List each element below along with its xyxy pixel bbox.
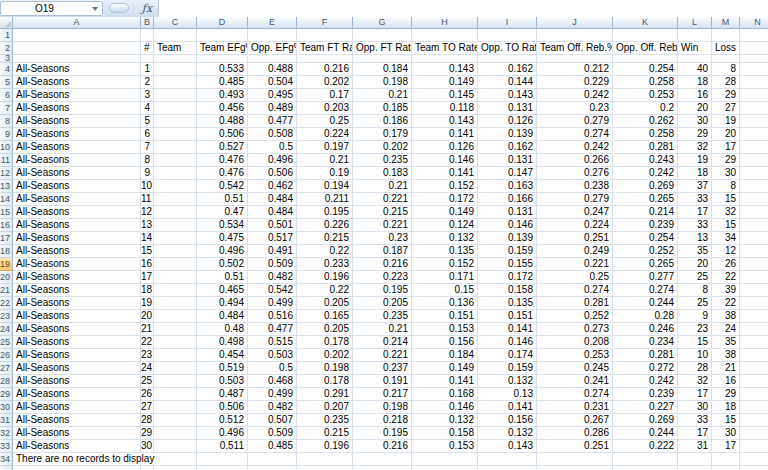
cell-A25[interactable]: All-Seasons bbox=[13, 336, 141, 349]
row-header-26[interactable]: 26 bbox=[0, 349, 13, 362]
cell-K24[interactable]: 0.246 bbox=[613, 323, 678, 336]
cell-F10[interactable]: 0.197 bbox=[297, 141, 353, 154]
cell-L26[interactable]: 10 bbox=[678, 349, 712, 362]
cell-J25[interactable]: 0.208 bbox=[537, 336, 613, 349]
cell-A6[interactable]: All-Seasons bbox=[13, 89, 141, 102]
cell-K14[interactable]: 0.265 bbox=[613, 193, 678, 206]
cell-N33[interactable] bbox=[740, 440, 768, 453]
cell-L8[interactable]: 30 bbox=[678, 115, 712, 128]
cell-F1[interactable] bbox=[297, 29, 353, 42]
cell-N35[interactable] bbox=[740, 466, 768, 470]
cell-A32[interactable]: All-Seasons bbox=[13, 427, 141, 440]
cell-H31[interactable]: 0.132 bbox=[412, 414, 478, 427]
cell-D27[interactable]: 0.519 bbox=[197, 362, 248, 375]
cell-H25[interactable]: 0.156 bbox=[412, 336, 478, 349]
row-header-29[interactable]: 29 bbox=[0, 388, 13, 401]
cell-E16[interactable]: 0.501 bbox=[248, 219, 297, 232]
cell-J30[interactable]: 0.231 bbox=[537, 401, 613, 414]
cell-K17[interactable]: 0.254 bbox=[613, 232, 678, 245]
cell-H12[interactable]: 0.141 bbox=[412, 167, 478, 180]
cell-I12[interactable]: 0.147 bbox=[478, 167, 537, 180]
formula-input[interactable] bbox=[158, 0, 768, 17]
cell-E18[interactable]: 0.491 bbox=[248, 245, 297, 258]
cell-H17[interactable]: 0.132 bbox=[412, 232, 478, 245]
cell-A13[interactable]: All-Seasons bbox=[13, 180, 141, 193]
cell-E5[interactable]: 0.504 bbox=[248, 76, 297, 89]
cell-B24[interactable]: 21 bbox=[141, 323, 154, 336]
cell-L6[interactable]: 16 bbox=[678, 89, 712, 102]
cell-F17[interactable]: 0.215 bbox=[297, 232, 353, 245]
cell-M27[interactable]: 21 bbox=[712, 362, 740, 375]
cell-K18[interactable]: 0.252 bbox=[613, 245, 678, 258]
cell-L7[interactable]: 20 bbox=[678, 102, 712, 115]
cell-H15[interactable]: 0.149 bbox=[412, 206, 478, 219]
cell-H1[interactable] bbox=[412, 29, 478, 42]
cell-L14[interactable]: 33 bbox=[678, 193, 712, 206]
column-header-M[interactable]: M bbox=[712, 17, 740, 29]
cell-K21[interactable]: 0.274 bbox=[613, 284, 678, 297]
cell-C11[interactable] bbox=[154, 154, 197, 167]
cell-J28[interactable]: 0.241 bbox=[537, 375, 613, 388]
cell-F9[interactable]: 0.224 bbox=[297, 128, 353, 141]
cell-G2[interactable]: Opp. FT Rate bbox=[353, 42, 412, 55]
cell-M19[interactable]: 26 bbox=[712, 258, 740, 271]
cell-J12[interactable]: 0.276 bbox=[537, 167, 613, 180]
cell-J17[interactable]: 0.251 bbox=[537, 232, 613, 245]
cell-H6[interactable]: 0.145 bbox=[412, 89, 478, 102]
cell-D6[interactable]: 0.493 bbox=[197, 89, 248, 102]
cell-G14[interactable]: 0.221 bbox=[353, 193, 412, 206]
cell-H26[interactable]: 0.184 bbox=[412, 349, 478, 362]
cell-H10[interactable]: 0.126 bbox=[412, 141, 478, 154]
cell-G20[interactable]: 0.223 bbox=[353, 271, 412, 284]
cell-F8[interactable]: 0.25 bbox=[297, 115, 353, 128]
cell-A15[interactable]: All-Seasons bbox=[13, 206, 141, 219]
cell-L33[interactable]: 31 bbox=[678, 440, 712, 453]
cell-N14[interactable] bbox=[740, 193, 768, 206]
cell-L29[interactable]: 17 bbox=[678, 388, 712, 401]
cell-L4[interactable]: 40 bbox=[678, 63, 712, 76]
cell-G19[interactable]: 0.216 bbox=[353, 258, 412, 271]
cell-I15[interactable]: 0.131 bbox=[478, 206, 537, 219]
cell-C10[interactable] bbox=[154, 141, 197, 154]
cell-B33[interactable]: 30 bbox=[141, 440, 154, 453]
row-header-31[interactable]: 31 bbox=[0, 414, 13, 427]
cell-B5[interactable]: 2 bbox=[141, 76, 154, 89]
cell-A3[interactable] bbox=[13, 55, 141, 63]
cell-C34[interactable] bbox=[154, 453, 197, 466]
cell-E4[interactable]: 0.488 bbox=[248, 63, 297, 76]
cell-H7[interactable]: 0.118 bbox=[412, 102, 478, 115]
cell-M33[interactable]: 17 bbox=[712, 440, 740, 453]
cell-I8[interactable]: 0.126 bbox=[478, 115, 537, 128]
cell-L22[interactable]: 25 bbox=[678, 297, 712, 310]
cell-I19[interactable]: 0.155 bbox=[478, 258, 537, 271]
cell-N6[interactable] bbox=[740, 89, 768, 102]
cell-F2[interactable]: Team FT Rate bbox=[297, 42, 353, 55]
row-header-6[interactable]: 6 bbox=[0, 89, 13, 102]
cell-L12[interactable]: 18 bbox=[678, 167, 712, 180]
cell-H22[interactable]: 0.136 bbox=[412, 297, 478, 310]
cell-K1[interactable] bbox=[613, 29, 678, 42]
cell-C26[interactable] bbox=[154, 349, 197, 362]
cell-H14[interactable]: 0.172 bbox=[412, 193, 478, 206]
row-header-35[interactable] bbox=[0, 466, 13, 470]
column-header-I[interactable]: I bbox=[478, 17, 537, 29]
cell-C12[interactable] bbox=[154, 167, 197, 180]
cell-N31[interactable] bbox=[740, 414, 768, 427]
cell-B2[interactable]: # bbox=[141, 42, 154, 55]
cell-K6[interactable]: 0.253 bbox=[613, 89, 678, 102]
cell-J10[interactable]: 0.242 bbox=[537, 141, 613, 154]
cell-I18[interactable]: 0.159 bbox=[478, 245, 537, 258]
cell-M7[interactable]: 27 bbox=[712, 102, 740, 115]
cell-I9[interactable]: 0.139 bbox=[478, 128, 537, 141]
cell-G1[interactable] bbox=[353, 29, 412, 42]
cell-M32[interactable]: 30 bbox=[712, 427, 740, 440]
cell-K19[interactable]: 0.265 bbox=[613, 258, 678, 271]
cell-D3[interactable] bbox=[197, 55, 248, 63]
cell-H4[interactable]: 0.143 bbox=[412, 63, 478, 76]
row-header-17[interactable]: 17 bbox=[0, 232, 13, 245]
column-header-B[interactable]: B bbox=[141, 17, 154, 29]
cell-N3[interactable] bbox=[740, 55, 768, 63]
cell-B28[interactable]: 25 bbox=[141, 375, 154, 388]
cell-M8[interactable]: 19 bbox=[712, 115, 740, 128]
cell-E11[interactable]: 0.496 bbox=[248, 154, 297, 167]
